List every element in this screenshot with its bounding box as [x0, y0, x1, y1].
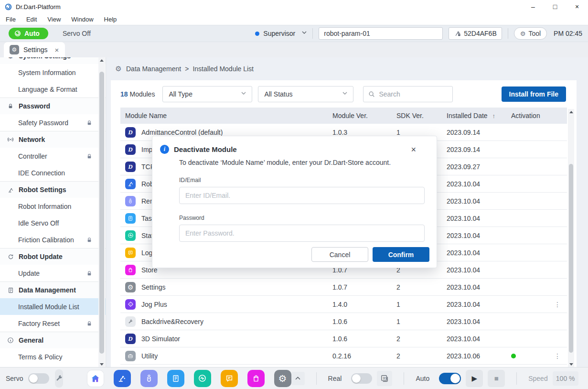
confirm-button[interactable]: Confirm: [373, 247, 429, 262]
table-row[interactable]: D3D Simulator 1.0.6 2 2023.10.04 ⋮: [120, 330, 567, 347]
sidebar-item-general[interactable]: General: [0, 332, 106, 348]
dock-app-remote[interactable]: [140, 370, 158, 387]
table-row[interactable]: ⚙Settings 1.0.7 2 2023.10.04 ⋮: [120, 279, 567, 296]
wrench-button[interactable]: [55, 369, 63, 388]
col-installed-date[interactable]: Installed Date↑: [442, 112, 506, 119]
menu-file[interactable]: File: [6, 16, 16, 23]
minimize-button[interactable]: –: [522, 0, 544, 13]
tab-close-icon[interactable]: ×: [55, 46, 59, 54]
sidebar-item-label: Idle Servo Off: [18, 219, 59, 227]
collapse-button[interactable]: [291, 372, 305, 385]
sidebar-item-ide-connection[interactable]: IDE Connection: [0, 164, 106, 181]
sidebar-item-data-management[interactable]: Data Management: [0, 281, 106, 298]
install-from-file-button[interactable]: Install from File: [502, 86, 566, 102]
password-label: Password: [179, 215, 416, 221]
robot-id-badge[interactable]: 52D4AF6B: [449, 27, 502, 40]
store-icon: [252, 374, 260, 382]
sidebar-item-friction-calibration[interactable]: Friction Calibration: [0, 231, 106, 248]
speed-value[interactable]: 100 %: [553, 371, 578, 386]
menu-help[interactable]: Help: [104, 16, 117, 23]
status-filter-select[interactable]: All Status: [258, 86, 353, 102]
real-toggle[interactable]: [351, 373, 372, 384]
robot-icon: [118, 374, 127, 383]
simulator-3d-button[interactable]: 3D: [377, 371, 392, 386]
dock-app-status[interactable]: [194, 370, 211, 387]
module-name: Backdrive&Recovery: [141, 318, 203, 325]
table-row[interactable]: Utility 0.2.16 2 2023.10.06 ⋮: [120, 347, 567, 365]
module-name: Utility: [141, 352, 158, 360]
tab-settings[interactable]: ⚙ Settings ×: [4, 42, 65, 57]
tool-button[interactable]: ⚙ Tool: [514, 27, 547, 40]
search-input[interactable]: [379, 90, 441, 98]
cancel-button[interactable]: Cancel: [311, 247, 368, 262]
sidebar-item-terms-policy[interactable]: Terms & Policy: [0, 348, 106, 365]
scroll-up-icon[interactable]: [98, 57, 105, 63]
auto-toggle[interactable]: [439, 373, 461, 384]
sidebar-item-safety-password[interactable]: Safety Password: [0, 114, 106, 131]
dock-app-robot[interactable]: [114, 370, 131, 387]
sidebar-item-installed-module-list[interactable]: Installed Module List: [0, 298, 106, 315]
dock-app-task[interactable]: [167, 370, 184, 387]
password-field[interactable]: [179, 225, 425, 242]
sidebar-item-robot-update[interactable]: Robot Update: [0, 248, 106, 265]
dock-app-settings[interactable]: ⚙: [274, 370, 291, 387]
maximize-button[interactable]: □: [544, 0, 566, 13]
col-module-ver[interactable]: Module Ver.: [328, 112, 392, 119]
dock-app-home[interactable]: [87, 370, 104, 387]
breadcrumb-section[interactable]: Data Management: [126, 65, 181, 73]
statusbar: Servo ⚙ Real 3D Auto ▶ ■ Speed 100 %: [0, 367, 588, 389]
col-sdk-ver[interactable]: SDK Ver.: [392, 112, 442, 119]
robot-module-icon: [125, 179, 136, 189]
module-version: 1.0.7: [328, 283, 392, 291]
settings-gear-icon: ⚙: [10, 45, 19, 54]
scrollbar-thumb[interactable]: [99, 72, 104, 354]
table-scrollbar[interactable]: [568, 109, 574, 367]
sidebar-item-label: Safety Password: [18, 119, 68, 127]
play-button[interactable]: ▶: [466, 370, 483, 387]
user-role-dropdown[interactable]: Supervisor: [255, 30, 307, 37]
table-row[interactable]: Jog Plus 1.4.0 1 2023.10.04 ⋮: [120, 296, 567, 313]
auto-mode-badge[interactable]: Auto: [9, 28, 48, 39]
sidebar-item-robot-settings[interactable]: Robot Settings: [0, 181, 106, 198]
stop-button[interactable]: ■: [488, 370, 505, 387]
chevron-up-icon: [295, 377, 300, 380]
scroll-down-icon[interactable]: [98, 361, 105, 367]
scrollbar-thumb[interactable]: [569, 164, 573, 353]
menu-view[interactable]: View: [47, 16, 61, 23]
module-version: 0.2.16: [328, 352, 392, 360]
servo-toggle[interactable]: [28, 373, 49, 384]
sidebar-item-label: Factory Reset: [18, 320, 60, 327]
col-module-name[interactable]: Module Name: [120, 112, 328, 119]
table-row[interactable]: Backdrive&Recovery 1.0.6 1 2023.10.04 ⋮: [120, 313, 567, 330]
row-menu-icon[interactable]: ⋮: [554, 352, 561, 360]
document-icon: [7, 286, 14, 294]
sidebar-item-system-settings[interactable]: ⚙ System Settings: [0, 57, 106, 64]
dart-d-module-icon: D: [125, 144, 136, 155]
scroll-down-icon[interactable]: [568, 361, 575, 367]
sdk-version: 1: [392, 301, 442, 308]
sidebar-item-password[interactable]: Password: [0, 97, 106, 114]
robot-param-input[interactable]: [319, 27, 443, 40]
sidebar-item-idle-servo-off[interactable]: Idle Servo Off: [0, 215, 106, 231]
sidebar-item-controller[interactable]: Controller: [0, 148, 106, 164]
dialog-close-icon[interactable]: ×: [411, 145, 416, 154]
dock-app-logs[interactable]: [221, 370, 238, 387]
sidebar-item-system-information[interactable]: System Information: [0, 64, 106, 81]
sidebar-item-language-format[interactable]: Language & Format: [0, 81, 106, 97]
type-filter-select[interactable]: All Type: [162, 86, 252, 102]
sidebar-item-update[interactable]: Update: [0, 265, 106, 281]
sidebar-scrollbar[interactable]: [98, 57, 105, 367]
id-email-field[interactable]: [179, 187, 425, 204]
menu-edit[interactable]: Edit: [26, 16, 37, 23]
sidebar-item-robot-information[interactable]: Robot Information: [0, 198, 106, 215]
sidebar-item-network[interactable]: Network: [0, 131, 106, 148]
menu-window[interactable]: Window: [71, 16, 93, 23]
close-button[interactable]: ×: [566, 0, 588, 13]
app-window: Dr.Dart-Platform – □ × FileEditViewWindo…: [0, 0, 588, 389]
row-menu-icon[interactable]: ⋮: [554, 301, 561, 308]
dock-app-store[interactable]: [247, 370, 265, 387]
scroll-up-icon[interactable]: [568, 109, 575, 115]
search-box[interactable]: [363, 86, 453, 102]
col-activation[interactable]: Activation: [506, 112, 549, 119]
sidebar-item-factory-reset[interactable]: Factory Reset: [0, 315, 106, 332]
